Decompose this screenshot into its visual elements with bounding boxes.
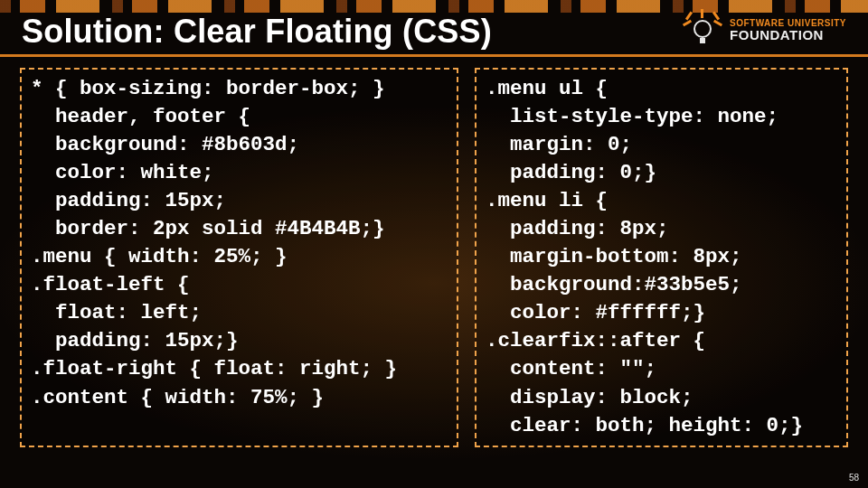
brand-line-2: FOUNDATION xyxy=(730,28,846,42)
slide-body: * { box-sizing: border-box; } header, fo… xyxy=(0,57,868,447)
lightbulb-icon xyxy=(683,13,722,47)
slide-header: Solution: Clear Floating (CSS) SOFTWARE … xyxy=(0,0,868,57)
brand-name: SOFTWARE UNIVERSITY FOUNDATION xyxy=(730,19,846,42)
brand-logo: SOFTWARE UNIVERSITY FOUNDATION xyxy=(683,13,846,47)
code-block-left: * { box-sizing: border-box; } header, fo… xyxy=(20,68,458,447)
page-number: 58 xyxy=(849,473,859,483)
slide-title: Solution: Clear Floating (CSS) xyxy=(22,13,492,51)
code-block-right: .menu ul { list-style-type: none; margin… xyxy=(475,68,848,447)
brand-line-1: SOFTWARE UNIVERSITY xyxy=(730,19,846,28)
